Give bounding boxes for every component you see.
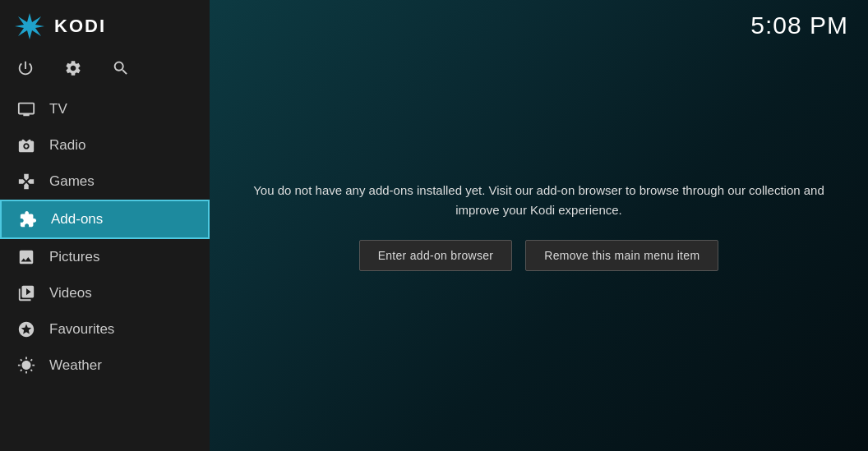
sidebar-item-favourites-label: Favourites xyxy=(49,321,114,338)
sidebar-item-videos-label: Videos xyxy=(49,285,92,301)
addons-icon xyxy=(18,209,38,229)
main-content: 5:08 PM You do not have any add-ons inst… xyxy=(210,0,868,451)
sidebar-item-pictures-label: Pictures xyxy=(49,249,99,265)
sidebar-item-tv-label: TV xyxy=(49,101,67,117)
sidebar-item-radio-label: Radio xyxy=(49,137,85,154)
sidebar: KODI TV xyxy=(0,0,210,451)
videos-icon xyxy=(16,283,36,303)
favourites-icon xyxy=(16,320,36,339)
sidebar-item-addons-label: Add-ons xyxy=(51,211,103,228)
sidebar-item-radio[interactable]: Radio xyxy=(0,127,210,163)
info-text: You do not have any add-ons installed ye… xyxy=(243,181,835,220)
time-display: 5:08 PM xyxy=(750,12,848,39)
sidebar-item-tv[interactable]: TV xyxy=(0,91,210,127)
sidebar-item-addons[interactable]: Add-ons xyxy=(0,200,210,239)
radio-icon xyxy=(16,136,36,155)
sidebar-item-pictures[interactable]: Pictures xyxy=(0,239,210,275)
sidebar-nav: TV Radio Games xyxy=(0,91,210,451)
sidebar-item-games[interactable]: Games xyxy=(0,163,210,200)
enter-addon-browser-button[interactable]: Enter add-on browser xyxy=(359,240,513,271)
sidebar-item-favourites[interactable]: Favourites xyxy=(0,311,210,347)
settings-icon[interactable] xyxy=(64,59,82,81)
pictures-icon xyxy=(16,247,36,267)
sidebar-header: KODI xyxy=(0,0,210,53)
sidebar-item-weather[interactable]: Weather xyxy=(0,347,210,384)
buttons-row: Enter add-on browser Remove this main me… xyxy=(359,240,719,271)
app-title: KODI xyxy=(54,16,106,37)
svg-marker-0 xyxy=(15,13,44,39)
content-area: You do not have any add-ons installed ye… xyxy=(227,164,852,288)
search-icon[interactable] xyxy=(112,59,130,81)
remove-menu-item-button[interactable]: Remove this main menu item xyxy=(525,240,718,271)
sidebar-toolbar xyxy=(0,53,210,91)
sidebar-item-games-label: Games xyxy=(49,173,95,190)
tv-icon xyxy=(16,99,36,119)
kodi-logo-icon xyxy=(13,10,46,43)
weather-icon xyxy=(16,356,36,375)
sidebar-item-weather-label: Weather xyxy=(49,357,102,374)
games-icon xyxy=(16,172,36,191)
sidebar-item-videos[interactable]: Videos xyxy=(0,275,210,311)
power-icon[interactable] xyxy=(16,59,35,81)
